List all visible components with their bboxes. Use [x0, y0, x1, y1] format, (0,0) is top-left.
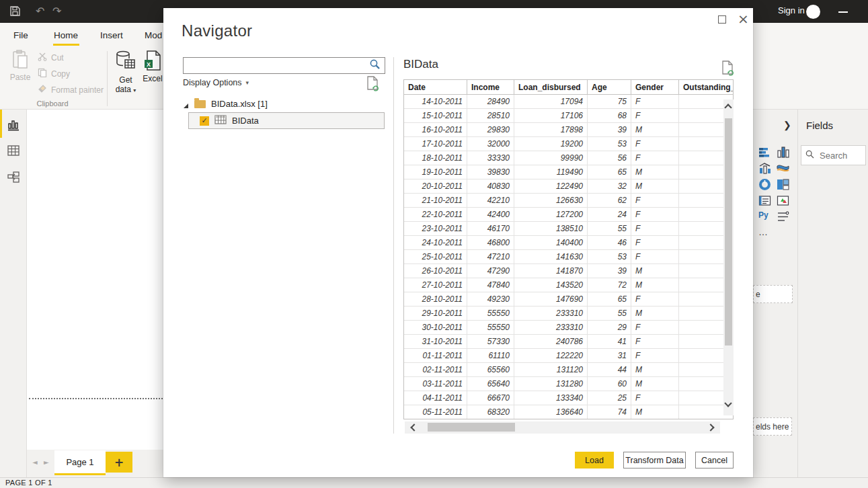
column-header[interactable]: Outstanding_debt: [679, 80, 733, 95]
vertical-scroll-thumb[interactable]: [725, 118, 732, 345]
table-row: 15-10-2011285101710668F: [404, 109, 733, 123]
table-row: 04-11-20116667013334025F: [404, 391, 733, 405]
save-icon[interactable]: [9, 5, 21, 20]
tab-insert[interactable]: Insert: [100, 30, 123, 40]
horizontal-scrollbar[interactable]: [405, 421, 720, 434]
column-chart-icon[interactable]: [777, 146, 789, 159]
cancel-button[interactable]: Cancel: [695, 452, 734, 469]
column-header[interactable]: Loan_disbursed: [514, 80, 588, 95]
fields-search-input[interactable]: [818, 150, 859, 161]
table-cell: F: [631, 321, 679, 335]
minimize-button[interactable]: [838, 11, 848, 13]
sign-in-button[interactable]: Sign in: [778, 5, 805, 15]
table-cell: 46: [588, 236, 631, 250]
report-view-icon[interactable]: [7, 119, 19, 134]
cut-button[interactable]: Cut: [38, 52, 64, 63]
data-view-icon[interactable]: [7, 145, 19, 159]
navigator-search-input[interactable]: [184, 61, 369, 71]
table-row: 26-10-20114729014187039M: [404, 264, 733, 278]
tab-file[interactable]: File: [13, 30, 28, 40]
expand-triangle-icon[interactable]: [183, 101, 189, 107]
display-options-dropdown[interactable]: Display Options ▾: [183, 78, 249, 87]
search-icon[interactable]: [369, 58, 381, 73]
next-page-arrow-icon[interactable]: ►: [44, 458, 49, 466]
column-header[interactable]: Date: [404, 80, 467, 95]
multi-row-card-icon[interactable]: [758, 194, 771, 207]
table-cell: 62: [588, 194, 631, 208]
transform-data-button[interactable]: Transform Data: [623, 452, 686, 469]
table-cell: 25-10-2011: [404, 250, 467, 264]
prev-page-arrow-icon[interactable]: ◄: [32, 458, 38, 466]
caret-down-icon: ▾: [246, 79, 249, 86]
tab-home[interactable]: Home: [54, 30, 78, 40]
scroll-right-icon[interactable]: [707, 423, 714, 431]
fields-search-box[interactable]: [801, 145, 866, 165]
field-well-top[interactable]: e: [753, 285, 793, 303]
page-tab-label: Page 1: [66, 457, 93, 467]
table-cell: M: [631, 307, 679, 321]
navigator-dialog: × Navigator Display Options ▾ BIData.xls…: [163, 8, 753, 477]
svg-text:X: X: [147, 61, 151, 68]
refresh-preview-icon[interactable]: [721, 60, 735, 79]
paste-button[interactable]: Paste: [8, 50, 32, 82]
column-header[interactable]: Gender: [631, 80, 679, 95]
table-cell: 15-10-2011: [404, 109, 467, 123]
plus-icon: +: [114, 456, 124, 469]
model-view-icon[interactable]: [7, 171, 20, 186]
stacked-bar-chart-icon[interactable]: [758, 146, 771, 159]
table-cell: 66670: [467, 391, 514, 405]
dialog-close-icon[interactable]: ×: [738, 10, 749, 28]
tree-table-row-selected[interactable]: ✓ BIData: [188, 112, 385, 129]
table-cell: 122220: [514, 349, 588, 363]
more-visuals-button[interactable]: …: [758, 227, 768, 237]
table-cell: 47290: [467, 264, 514, 278]
vertical-scrollbar[interactable]: [723, 99, 734, 415]
refresh-preview-icon[interactable]: [366, 76, 380, 95]
donut-chart-icon[interactable]: [758, 178, 771, 191]
table-cell: 240786: [514, 335, 588, 349]
copy-icon: [38, 68, 47, 79]
table-cell: 39830: [467, 165, 514, 179]
slicer-icon[interactable]: [777, 210, 789, 223]
account-avatar[interactable]: [806, 5, 820, 19]
scroll-left-icon[interactable]: [410, 423, 418, 431]
column-header[interactable]: Age: [588, 80, 631, 95]
navigator-search-box[interactable]: [183, 57, 385, 74]
table-cell: 47840: [467, 278, 514, 292]
column-header[interactable]: Income: [467, 80, 514, 95]
checked-checkbox[interactable]: ✓: [200, 116, 209, 126]
excel-workbook-button[interactable]: X Excel: [140, 50, 165, 83]
table-cell: 141630: [514, 250, 588, 264]
workbook-label: BIData.xlsx [1]: [211, 99, 268, 109]
scroll-down-icon[interactable]: [724, 399, 732, 407]
treemap-icon[interactable]: [777, 178, 789, 191]
data-preview-table: Date Income Loan_disbursed Age Gender Ou…: [403, 79, 734, 419]
table-row: 14-10-2011284901709475F: [404, 95, 733, 109]
scroll-up-icon[interactable]: [724, 104, 732, 111]
dialog-maximize-button[interactable]: [718, 15, 726, 24]
kpi-icon[interactable]: [777, 194, 789, 207]
new-page-button[interactable]: +: [106, 452, 132, 473]
load-button[interactable]: Load: [575, 452, 614, 469]
horizontal-scroll-thumb[interactable]: [428, 423, 515, 432]
format-painter-button[interactable]: Format painter: [38, 84, 104, 95]
table-cell: 55550: [467, 307, 514, 321]
field-well-text: e: [756, 290, 760, 299]
python-visual-icon[interactable]: Py: [758, 209, 771, 222]
table-cell: 42400: [467, 208, 514, 222]
clipboard-group-label: Clipboard: [5, 99, 100, 108]
table-cell: 33330: [467, 151, 514, 165]
table-header-row: Date Income Loan_disbursed Age Gender Ou…: [404, 80, 733, 95]
field-well-bottom[interactable]: elds here: [753, 417, 792, 436]
table-cell: 140400: [514, 236, 588, 250]
tab-modeling[interactable]: Mod: [145, 30, 162, 40]
combo-chart-icon[interactable]: [758, 162, 771, 175]
ribbon-chart-icon[interactable]: [777, 162, 789, 175]
table-cell: 233310: [514, 321, 588, 335]
collapse-pane-chevron-icon[interactable]: ❯: [783, 120, 791, 130]
table-cell: 46170: [467, 222, 514, 236]
tree-workbook-row[interactable]: BIData.xlsx [1]: [183, 97, 268, 110]
copy-button[interactable]: Copy: [38, 68, 70, 79]
get-data-button[interactable]: Get data ▾: [112, 50, 140, 95]
page-tab[interactable]: Page 1: [54, 450, 106, 475]
